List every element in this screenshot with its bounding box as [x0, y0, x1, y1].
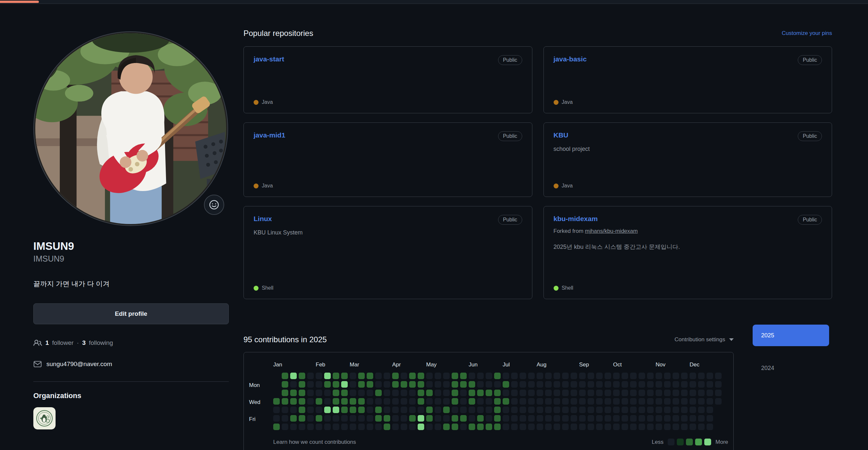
contribution-cell[interactable]	[316, 415, 322, 422]
contribution-cell[interactable]	[630, 390, 637, 396]
contribution-cell[interactable]	[673, 415, 679, 422]
contribution-cell[interactable]	[579, 415, 586, 422]
contribution-cell[interactable]	[316, 398, 322, 405]
contribution-cell[interactable]	[698, 390, 705, 396]
contribution-cell[interactable]	[341, 423, 348, 430]
contribution-cell[interactable]	[375, 373, 382, 379]
contribution-cell[interactable]	[579, 373, 586, 379]
contribution-cell[interactable]	[375, 381, 382, 388]
repo-name-link[interactable]: KBU	[554, 131, 569, 139]
contribution-cell[interactable]	[545, 381, 552, 388]
contribution-cell[interactable]	[613, 398, 620, 405]
contribution-cell[interactable]	[537, 398, 543, 405]
contribution-cell[interactable]	[290, 373, 297, 379]
contribution-cell[interactable]	[384, 415, 390, 422]
contribution-cell[interactable]	[554, 390, 560, 396]
contribution-cell[interactable]	[460, 423, 467, 430]
contribution-cell[interactable]	[562, 390, 569, 396]
contribution-cell[interactable]	[367, 381, 373, 388]
contribution-cell[interactable]	[460, 398, 467, 405]
contribution-cell[interactable]	[333, 415, 339, 422]
contribution-cell[interactable]	[350, 381, 356, 388]
contribution-cell[interactable]	[579, 390, 586, 396]
contribution-cell[interactable]	[503, 390, 509, 396]
contribution-cell[interactable]	[656, 415, 662, 422]
contribution-cell[interactable]	[681, 407, 688, 413]
contribution-cell[interactable]	[520, 398, 526, 405]
contribution-cell[interactable]	[707, 390, 713, 396]
contribution-cell[interactable]	[324, 398, 331, 405]
contribution-cell[interactable]	[401, 407, 407, 413]
contribution-cell[interactable]	[333, 407, 339, 413]
contribution-cell[interactable]	[333, 423, 339, 430]
contribution-cell[interactable]	[528, 407, 535, 413]
contribution-cell[interactable]	[282, 373, 288, 379]
contribution-cell[interactable]	[664, 390, 671, 396]
contribution-cell[interactable]	[307, 423, 314, 430]
contribution-cell[interactable]	[698, 373, 705, 379]
contribution-cell[interactable]	[647, 390, 654, 396]
contribution-cell[interactable]	[469, 423, 475, 430]
email-row[interactable]: sungu4790@naver.com	[33, 360, 229, 368]
contribution-cell[interactable]	[639, 381, 645, 388]
contribution-cell[interactable]	[604, 423, 611, 430]
contribution-cell[interactable]	[698, 423, 705, 430]
contribution-cell[interactable]	[401, 423, 407, 430]
contribution-cell[interactable]	[707, 381, 713, 388]
contribution-cell[interactable]	[511, 398, 518, 405]
contribution-cell[interactable]	[341, 390, 348, 396]
contribution-cell[interactable]	[384, 381, 390, 388]
contribution-cell[interactable]	[299, 381, 305, 388]
contribution-cell[interactable]	[282, 407, 288, 413]
contribution-cell[interactable]	[469, 407, 475, 413]
contribution-cell[interactable]	[324, 381, 331, 388]
contribution-cell[interactable]	[341, 407, 348, 413]
contribution-cell[interactable]	[622, 398, 628, 405]
contribution-cell[interactable]	[689, 407, 696, 413]
contribution-cell[interactable]	[596, 390, 602, 396]
contribution-cell[interactable]	[460, 381, 467, 388]
contribution-cell[interactable]	[435, 423, 441, 430]
contribution-cell[interactable]	[570, 415, 577, 422]
contribution-cell[interactable]	[477, 398, 484, 405]
contribution-cell[interactable]	[494, 390, 501, 396]
contribution-cell[interactable]	[596, 398, 602, 405]
contribution-cell[interactable]	[562, 407, 569, 413]
contribution-cell[interactable]	[562, 373, 569, 379]
contribution-cell[interactable]	[656, 407, 662, 413]
contribution-cell[interactable]	[630, 415, 637, 422]
contribution-cell[interactable]	[664, 407, 671, 413]
edit-profile-button[interactable]: Edit profile	[33, 303, 229, 324]
contribution-cell[interactable]	[384, 398, 390, 405]
contribution-cell[interactable]	[307, 373, 314, 379]
contribution-cell[interactable]	[545, 398, 552, 405]
contribution-cell[interactable]	[715, 373, 721, 379]
repo-name-link[interactable]: java-start	[254, 55, 284, 63]
contribution-cell[interactable]	[350, 407, 356, 413]
contribution-cell[interactable]	[426, 390, 433, 396]
contribution-cell[interactable]	[707, 398, 713, 405]
contribution-cell[interactable]	[299, 373, 305, 379]
contribution-cell[interactable]	[647, 398, 654, 405]
contribution-cell[interactable]	[375, 407, 382, 413]
contribution-cell[interactable]	[579, 407, 586, 413]
contribution-cell[interactable]	[367, 373, 373, 379]
contribution-cell[interactable]	[384, 373, 390, 379]
contribution-cell[interactable]	[579, 381, 586, 388]
contribution-cell[interactable]	[299, 398, 305, 405]
contribution-cell[interactable]	[681, 423, 688, 430]
contribution-cell[interactable]	[316, 390, 322, 396]
contribution-cell[interactable]	[503, 381, 509, 388]
contribution-cell[interactable]	[316, 407, 322, 413]
contribution-cell[interactable]	[452, 415, 458, 422]
contribution-cell[interactable]	[604, 381, 611, 388]
contribution-cell[interactable]	[324, 390, 331, 396]
contribution-cell[interactable]	[630, 398, 637, 405]
contribution-cell[interactable]	[511, 390, 518, 396]
contribution-cell[interactable]	[290, 407, 297, 413]
contribution-cell[interactable]	[477, 423, 484, 430]
contribution-cell[interactable]	[469, 373, 475, 379]
contribution-cell[interactable]	[673, 407, 679, 413]
contribution-cell[interactable]	[350, 415, 356, 422]
contribution-cell[interactable]	[435, 415, 441, 422]
